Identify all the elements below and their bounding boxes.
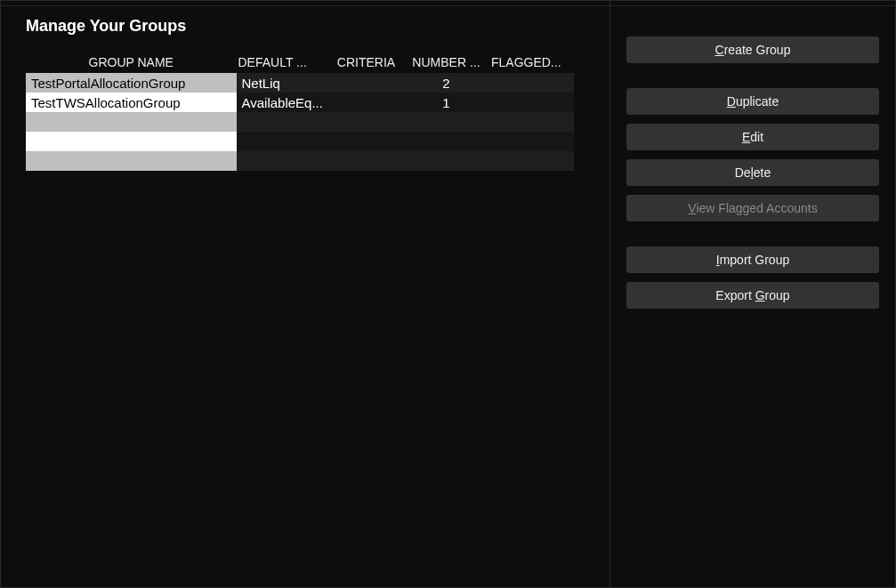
edit-button[interactable]: Edit: [626, 124, 879, 150]
delete-button[interactable]: Delete: [626, 159, 879, 186]
cell-empty[interactable]: [489, 132, 574, 151]
side-panel: Create Group Duplicate Edit Delete View …: [610, 1, 895, 587]
col-number[interactable]: NUMBER ...: [403, 52, 489, 73]
cell-empty[interactable]: [237, 112, 330, 132]
import-group-button[interactable]: Import Group: [626, 246, 879, 273]
cell-empty[interactable]: [329, 151, 403, 171]
table-row[interactable]: TestPortalAllocationGroupNetLiq2: [26, 73, 574, 93]
cell-number[interactable]: 1: [403, 93, 489, 112]
cell-empty[interactable]: [403, 132, 489, 151]
page-title: Manage Your Groups: [26, 17, 609, 36]
table-row-empty[interactable]: [26, 132, 574, 151]
view-flagged-accounts-button: View Flagged Accounts: [626, 195, 879, 222]
cell-default[interactable]: AvailableEq...: [237, 93, 330, 112]
col-flagged[interactable]: FLAGGED...: [489, 52, 574, 73]
create-group-button[interactable]: Create Group: [626, 36, 879, 63]
cell-empty[interactable]: [329, 132, 403, 151]
table-row[interactable]: TestTWSAllocationGroupAvailableEq...1: [26, 93, 574, 112]
cell-empty[interactable]: [26, 151, 237, 171]
cell-flagged[interactable]: [489, 73, 574, 93]
col-group-name[interactable]: GROUP NAME: [26, 52, 237, 73]
groups-table: GROUP NAME DEFAULT ... CRITERIA NUMBER .…: [26, 52, 574, 171]
cell-empty[interactable]: [403, 112, 489, 132]
main-panel: Manage Your Groups GROUP NAME DEFAULT ..…: [1, 1, 610, 587]
cell-group-name[interactable]: TestTWSAllocationGroup: [26, 93, 237, 112]
export-group-button[interactable]: Export Group: [626, 282, 879, 309]
cell-criteria[interactable]: [329, 93, 403, 112]
cell-empty[interactable]: [237, 151, 330, 171]
cell-empty[interactable]: [489, 112, 574, 132]
cell-empty[interactable]: [489, 151, 574, 171]
table-row-empty[interactable]: [26, 112, 574, 132]
cell-criteria[interactable]: [329, 73, 403, 93]
cell-default[interactable]: NetLiq: [237, 73, 330, 93]
cell-group-name[interactable]: TestPortalAllocationGroup: [26, 73, 237, 93]
table-row-empty[interactable]: [26, 151, 574, 171]
table-header-row: GROUP NAME DEFAULT ... CRITERIA NUMBER .…: [26, 52, 574, 73]
cell-number[interactable]: 2: [403, 73, 489, 93]
col-default[interactable]: DEFAULT ...: [237, 52, 330, 73]
cell-empty[interactable]: [26, 112, 237, 132]
duplicate-button[interactable]: Duplicate: [626, 88, 879, 115]
cell-empty[interactable]: [403, 151, 489, 171]
cell-empty[interactable]: [329, 112, 403, 132]
col-criteria[interactable]: CRITERIA: [329, 52, 403, 73]
cell-empty[interactable]: [237, 132, 330, 151]
tabs-strip: [1, 1, 895, 6]
cell-empty[interactable]: [26, 132, 237, 151]
cell-flagged[interactable]: [489, 93, 574, 112]
